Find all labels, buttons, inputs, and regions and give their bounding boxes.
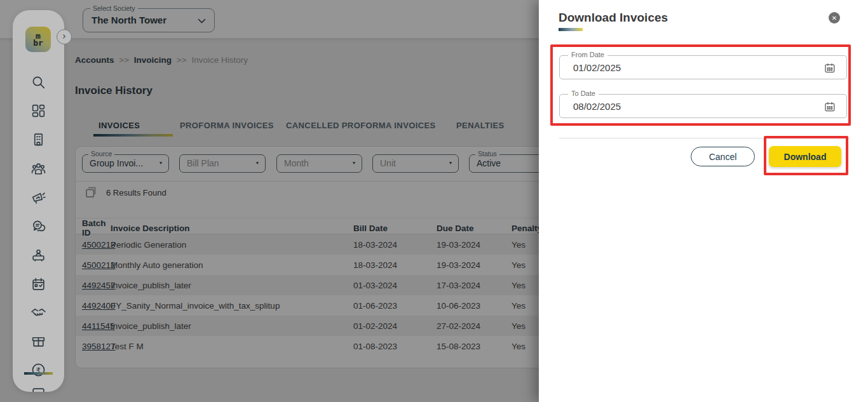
close-button[interactable]: ✕ xyxy=(829,12,840,23)
cancel-button[interactable]: Cancel xyxy=(691,147,755,166)
close-icon: ✕ xyxy=(832,15,837,22)
panel-title: Download Invoices xyxy=(559,11,668,25)
calendar-picker-icon[interactable] xyxy=(824,62,836,74)
to-date-input[interactable]: To Date 08/02/2025 xyxy=(559,94,847,118)
panel-divider xyxy=(559,138,850,138)
from-date-value: 01/02/2025 xyxy=(573,62,621,73)
from-date-label: From Date xyxy=(568,51,607,58)
app-screen: Select Society The North Tower Accounts … xyxy=(0,0,868,402)
to-date-value: 08/02/2025 xyxy=(573,101,621,112)
download-invoices-panel: Download Invoices ✕ From Date 01/02/2025… xyxy=(539,0,868,402)
panel-title-accent-bar xyxy=(559,28,583,31)
calendar-picker-icon[interactable] xyxy=(824,101,836,112)
download-button[interactable]: Download xyxy=(769,146,841,167)
to-date-label: To Date xyxy=(568,90,599,97)
from-date-input[interactable]: From Date 01/02/2025 xyxy=(559,55,847,79)
